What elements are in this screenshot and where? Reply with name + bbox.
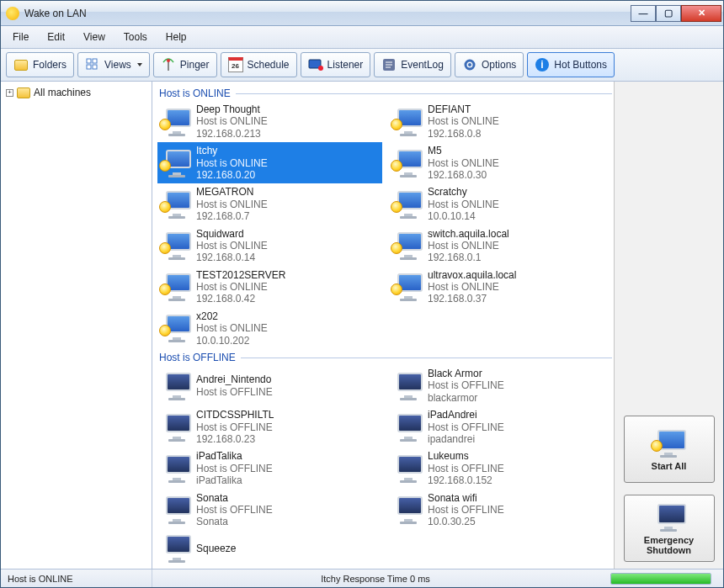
host-item[interactable]: iPadTalikaHost is OFFLINEiPadTalika [157,448,382,489]
host-status: Host is ONLINE [196,157,268,169]
listener-icon [308,57,323,72]
close-button[interactable]: ✕ [681,5,721,22]
host-text: DEFIANTHost is ONLINE192.168.0.8 [428,103,499,140]
host-item[interactable]: ScratchyHost is ONLINE10.0.10.14 [389,183,614,225]
host-ip: Sonata [196,516,273,527]
app-icon [6,7,19,20]
gear-icon [462,57,477,72]
divider [241,358,612,358]
host-status: Host is OFFLINE [196,463,273,474]
group-header-online[interactable]: Host is ONLINE [157,85,614,101]
host-name: MEGATRON [196,186,268,198]
host-status: Host is ONLINE [428,199,499,210]
group-title: Host is OFFLINE [159,352,236,363]
host-text: Sonata wifiHost is OFFLINE10.0.30.25 [428,492,504,528]
menu-tools[interactable]: Tools [115,28,156,46]
host-item[interactable]: Andrei_NintendoHost is OFFLINE [157,365,382,406]
folders-button[interactable]: Folders [6,52,74,77]
host-text: switch.aquila.localHost is ONLINE192.168… [428,228,509,264]
host-ip: 192.168.0.37 [428,293,516,305]
host-status: Host is OFFLINE [428,379,504,391]
menu-help[interactable]: Help [157,28,195,46]
maximize-button[interactable]: ▢ [656,5,681,22]
views-button[interactable]: Views [77,52,150,77]
tree-panel: + All machines [1,82,152,569]
monitor-on-icon [392,272,423,302]
schedule-button[interactable]: 26 Schedule [221,52,297,77]
host-item[interactable]: Squeeze [157,531,382,566]
tree-item-all-machines[interactable]: + All machines [6,85,146,100]
host-item[interactable]: M5Host is ONLINE192.168.0.30 [389,142,614,183]
host-text: ItchyHost is ONLINE192.168.0.20 [196,145,268,181]
divider [236,93,612,94]
svg-rect-0 [87,59,91,63]
host-text: LukeumsHost is OFFLINE192.168.0.152 [428,450,504,486]
monitor-on-icon [392,230,423,261]
folders-label: Folders [33,59,67,71]
host-item[interactable]: ItchyHost is ONLINE192.168.0.20 [157,142,382,183]
emergency-shutdown-button[interactable]: Emergency Shutdown [624,495,715,562]
status-progress [599,569,723,587]
group-header-offline[interactable]: Host is OFFLINE [157,349,614,365]
host-item[interactable]: TEST2012SERVERHost is ONLINE192.168.0.42 [157,267,382,308]
host-name: CITDCSSPHILTL [196,409,274,421]
minimize-button[interactable]: — [631,5,656,22]
host-item[interactable]: DEFIANTHost is ONLINE192.168.0.8 [389,101,614,142]
views-label: Views [104,59,131,71]
progress-bar [610,573,711,585]
app-window: Wake on LAN — ▢ ✕ File Edit View Tools H… [0,0,724,588]
host-text: ultravox.aquila.localHost is ONLINE192.1… [428,269,516,305]
host-text: Squeeze [196,543,236,554]
pinger-button[interactable]: Pinger [153,52,217,77]
hot-buttons-button[interactable]: i Hot Buttons [527,52,615,77]
host-item[interactable]: Black ArmorHost is OFFLINEblackarmor [389,365,614,406]
host-item[interactable]: Deep ThoughtHost is ONLINE192.168.0.213 [157,101,382,142]
folder-icon [17,87,30,98]
progress-fill [611,574,711,584]
listener-button[interactable]: Listener [301,52,371,77]
host-item[interactable]: CITDCSSPHILTLHost is OFFLINE192.168.0.23 [157,406,382,448]
host-name: iPadTalika [196,450,273,462]
host-item[interactable]: switch.aquila.localHost is ONLINE192.168… [389,225,614,267]
host-item[interactable]: LukeumsHost is OFFLINE192.168.0.152 [389,448,614,489]
host-list[interactable]: Host is ONLINE Deep ThoughtHost is ONLIN… [152,82,614,569]
host-ip: 192.168.0.20 [196,169,268,181]
menu-file[interactable]: File [4,28,37,46]
status-left: Host is ONLINE [1,569,152,587]
monitor-on-icon [161,189,191,220]
start-all-button[interactable]: Start All [624,416,715,483]
titlebar[interactable]: Wake on LAN — ▢ ✕ [1,1,723,26]
window-controls: — ▢ ✕ [631,5,721,22]
expand-icon[interactable]: + [6,89,13,97]
host-status: Host is ONLINE [428,157,499,169]
host-name: Squidward [196,228,268,240]
monitor-off-icon [161,495,191,525]
monitor-off-icon [392,453,423,484]
options-button[interactable]: Options [455,52,524,77]
host-status: Host is OFFLINE [196,504,273,516]
host-name: ultravox.aquila.local [428,269,516,281]
host-item[interactable]: SquidwardHost is ONLINE192.168.0.14 [157,225,382,267]
host-item[interactable]: Sonata wifiHost is OFFLINE10.0.30.25 [389,490,614,531]
menubar: File Edit View Tools Help [1,26,723,49]
eventlog-button[interactable]: EventLog [374,52,451,77]
host-ip: 192.168.0.30 [428,169,499,181]
menu-edit[interactable]: Edit [39,28,73,46]
host-item[interactable]: SonataHost is OFFLINESonata [157,490,382,531]
host-item[interactable]: x202Host is ONLINE10.0.10.202 [157,308,382,349]
host-ip: 10.0.30.25 [428,516,504,527]
host-status: Host is ONLINE [196,281,286,293]
host-item[interactable]: ultravox.aquila.localHost is ONLINE192.1… [389,267,614,308]
info-icon: i [535,57,550,72]
host-status: Host is ONLINE [428,240,509,252]
menu-view[interactable]: View [75,28,114,46]
chevron-down-icon [137,63,142,66]
host-name: Andrei_Nintendo [196,373,273,385]
host-ip: 192.168.0.42 [196,293,286,305]
host-name: DEFIANT [428,103,499,115]
host-item[interactable]: MEGATRONHost is ONLINE192.168.0.7 [157,183,382,225]
host-status: Host is OFFLINE [196,421,274,433]
host-status: Host is ONLINE [196,322,268,334]
host-item[interactable]: iPadAndreiHost is OFFLINEipadandrei [389,406,614,448]
host-text: ScratchyHost is ONLINE10.0.10.14 [428,186,499,222]
